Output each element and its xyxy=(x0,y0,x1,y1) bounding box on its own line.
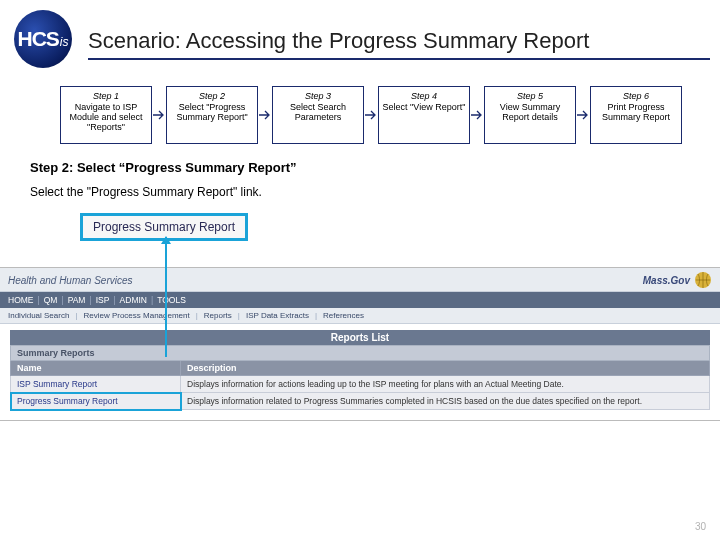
menu-item[interactable]: QM xyxy=(44,295,58,305)
globe-icon xyxy=(694,271,712,289)
app-title: Health and Human Services xyxy=(8,275,133,286)
logo-circle: HCS is xyxy=(14,10,72,68)
step-desc: Navigate to ISP Module and select "Repor… xyxy=(64,102,148,132)
table-row: ISP Summary Report Displays information … xyxy=(11,376,710,393)
reports-table: Summary Reports Name Description ISP Sum… xyxy=(10,345,710,410)
menu-item[interactable]: TOOLS xyxy=(157,295,186,305)
step-title: Step 3 xyxy=(305,91,331,101)
menu-item[interactable]: PAM xyxy=(68,295,86,305)
arrow-right-icon xyxy=(576,86,590,144)
table-row: Progress Summary Report Displays informa… xyxy=(11,393,710,410)
report-desc: Displays information related to Progress… xyxy=(181,393,710,410)
callout-arrow-icon xyxy=(165,237,167,357)
submenu-item[interactable]: Reports xyxy=(204,311,232,320)
app-menubar: HOME| QM| PAM| ISP| ADMIN| TOOLS xyxy=(0,292,720,308)
embedded-screenshot: Health and Human Services Mass.Gov HOME|… xyxy=(0,267,720,421)
column-header-name: Name xyxy=(11,361,181,376)
app-topbar: Health and Human Services Mass.Gov xyxy=(0,268,720,292)
steps-row: Step 1 Navigate to ISP Module and select… xyxy=(0,74,720,152)
step-box-6: Step 6 Print Progress Summary Report xyxy=(590,86,682,144)
table-subheader: Summary Reports xyxy=(11,346,710,361)
step-desc: Print Progress Summary Report xyxy=(594,102,678,122)
current-step-heading: Step 2: Select “Progress Summary Report” xyxy=(0,152,720,177)
step-title: Step 6 xyxy=(623,91,649,101)
reports-list-header: Reports List xyxy=(10,330,710,345)
arrow-right-icon xyxy=(258,86,272,144)
logo: HCS is xyxy=(10,10,80,70)
app-submenubar: Individual Search| Review Process Manage… xyxy=(0,308,720,324)
submenu-item[interactable]: ISP Data Extracts xyxy=(246,311,309,320)
step-title: Step 5 xyxy=(517,91,543,101)
submenu-item[interactable]: Review Process Management xyxy=(83,311,189,320)
step-title: Step 4 xyxy=(411,91,437,101)
arrow-right-icon xyxy=(152,86,166,144)
step-title: Step 1 xyxy=(93,91,119,101)
report-link[interactable]: ISP Summary Report xyxy=(11,376,181,393)
arrow-right-icon xyxy=(470,86,484,144)
step-box-1: Step 1 Navigate to ISP Module and select… xyxy=(60,86,152,144)
menu-item[interactable]: HOME xyxy=(8,295,34,305)
submenu-item[interactable]: References xyxy=(323,311,364,320)
logo-suffix: is xyxy=(60,35,69,49)
step-title: Step 2 xyxy=(199,91,225,101)
menu-item[interactable]: ISP xyxy=(96,295,110,305)
step-desc: View Summary Report details xyxy=(488,102,572,122)
step-box-5: Step 5 View Summary Report details xyxy=(484,86,576,144)
callout-area: Progress Summary Report xyxy=(40,207,720,267)
step-box-2: Step 2 Select "Progress Summary Report" xyxy=(166,86,258,144)
step-desc: Select Search Parameters xyxy=(276,102,360,122)
step-desc: Select "View Report" xyxy=(383,102,466,112)
submenu-item[interactable]: Individual Search xyxy=(8,311,69,320)
step-box-3: Step 3 Select Search Parameters xyxy=(272,86,364,144)
arrow-right-icon xyxy=(364,86,378,144)
report-desc: Displays information for actions leading… xyxy=(181,376,710,393)
menu-item[interactable]: ADMIN xyxy=(120,295,147,305)
step-box-4: Step 4 Select "View Report" xyxy=(378,86,470,144)
step-desc: Select "Progress Summary Report" xyxy=(170,102,254,122)
logo-main-text: HCS xyxy=(17,27,58,51)
page-number: 30 xyxy=(695,521,706,532)
massgov-label[interactable]: Mass.Gov xyxy=(643,275,690,286)
report-link-progress-summary[interactable]: Progress Summary Report xyxy=(11,393,181,410)
column-header-desc: Description xyxy=(181,361,710,376)
table-subheader-row: Summary Reports xyxy=(11,346,710,361)
step-instruction: Select the "Progress Summary Report" lin… xyxy=(0,177,720,207)
page-title: Scenario: Accessing the Progress Summary… xyxy=(88,28,710,60)
